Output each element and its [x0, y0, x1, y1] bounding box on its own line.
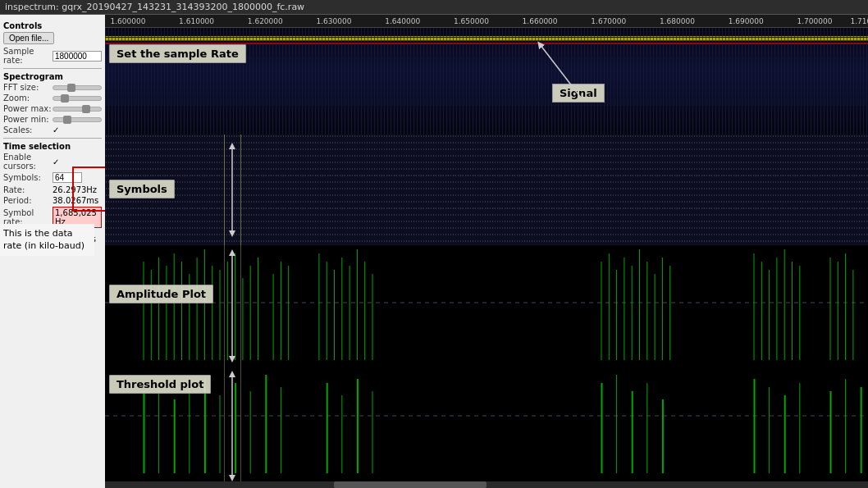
svg-rect-23 [166, 266, 167, 360]
period-value: 38.0267ms [53, 196, 98, 205]
svg-rect-92 [754, 379, 756, 473]
svg-rect-91 [662, 399, 664, 473]
horizontal-scrollbar[interactable] [105, 481, 868, 488]
threshold-plot-text: Threshold plot [116, 378, 203, 390]
svg-rect-47 [601, 262, 602, 360]
threshold-svg [105, 367, 868, 486]
svg-rect-24 [174, 253, 175, 360]
amplitude-svg [105, 245, 868, 367]
threshold-area: Threshold plot [105, 367, 868, 486]
freq-ruler: 1.600000 1.610000 1.620000 1.630000 1.64… [105, 15, 868, 28]
symbols-input[interactable] [53, 172, 82, 183]
scales-label: Scales: [3, 125, 53, 135]
svg-rect-98 [861, 387, 862, 473]
svg-rect-44 [357, 249, 358, 360]
controls-section: Controls [3, 21, 102, 30]
title-bar: inspectrum: gqrx_20190427_143231_3143932… [0, 0, 868, 15]
svg-rect-63 [799, 266, 800, 360]
svg-rect-55 [662, 258, 663, 360]
svg-rect-37 [281, 262, 281, 360]
svg-rect-90 [646, 383, 647, 473]
fft-size-slider[interactable] [53, 85, 102, 90]
svg-rect-88 [616, 375, 617, 473]
freq-label-6: 1.660000 [523, 17, 558, 25]
zoom-slider[interactable] [53, 96, 102, 101]
svg-rect-74 [158, 383, 159, 473]
signal-annotation: Signal [552, 84, 605, 103]
svg-rect-22 [158, 258, 159, 360]
freq-label-4: 1.640000 [385, 17, 420, 25]
svg-rect-89 [632, 391, 633, 473]
svg-rect-67 [852, 270, 853, 360]
svg-rect-42 [341, 258, 342, 360]
open-file-button[interactable]: Open file... [3, 32, 54, 44]
enable-cursors-label: Enable cursors: [3, 153, 53, 171]
svg-rect-21 [151, 270, 152, 360]
sidebar: Controls Open file... Sample rate: Spect… [0, 15, 105, 488]
svg-rect-36 [273, 274, 274, 360]
svg-rect-94 [784, 395, 786, 473]
tooltip: This is the data rate (in kilo-baud) [0, 224, 94, 256]
svg-rect-84 [341, 395, 342, 473]
cursor-right [240, 135, 241, 245]
svg-rect-35 [258, 258, 258, 360]
sample-rate-input[interactable] [53, 51, 102, 62]
power-max-label: Power max: [3, 104, 53, 113]
rate-value: 26.2973Hz [53, 185, 97, 194]
symbol-svg [105, 135, 868, 245]
svg-rect-97 [845, 379, 846, 473]
amp-cursor-left [224, 245, 225, 367]
tooltip-text: This is the data rate (in kilo-baud) [3, 228, 85, 251]
scales-value: ✓ [53, 125, 59, 135]
fft-size-label: FFT size: [3, 83, 53, 92]
spectrogram-section: Spectrogram [3, 72, 102, 81]
svg-rect-64 [830, 258, 831, 360]
freq-label-1: 1.610000 [179, 17, 214, 25]
svg-rect-25 [181, 262, 182, 360]
amplitude-area: Amplitude Plot [105, 245, 868, 367]
svg-rect-96 [830, 391, 832, 473]
svg-rect-33 [242, 278, 243, 360]
svg-rect-45 [364, 262, 365, 360]
period-label: Period: [3, 196, 53, 205]
cursor-left [224, 135, 225, 245]
title-text: inspectrum: gqrx_20190427_143231_3143932… [5, 2, 304, 12]
svg-rect-29 [212, 266, 212, 360]
zoom-label: Zoom: [3, 93, 53, 103]
svg-rect-62 [792, 262, 793, 360]
svg-rect-60 [776, 258, 777, 360]
svg-rect-32 [235, 253, 235, 360]
freq-label-3: 1.630000 [317, 17, 352, 25]
svg-rect-61 [784, 249, 785, 360]
svg-rect-81 [265, 375, 267, 473]
svg-rect-86 [372, 391, 373, 473]
svg-rect-58 [761, 262, 762, 360]
svg-rect-12 [105, 135, 868, 245]
time-selection-section: Time selection [3, 142, 102, 151]
freq-label-11: 1.710000 [851, 17, 868, 25]
freq-label-7: 1.670000 [591, 17, 626, 25]
svg-rect-57 [754, 253, 755, 360]
svg-rect-76 [189, 387, 190, 473]
svg-rect-40 [327, 262, 327, 360]
enable-cursors-value: ✓ [53, 157, 59, 166]
power-min-label: Power min: [3, 115, 53, 124]
svg-rect-75 [174, 399, 176, 473]
set-sample-rate-text: Set the sample Rate [116, 48, 239, 60]
svg-rect-85 [357, 379, 359, 473]
power-max-slider[interactable] [53, 107, 102, 112]
freq-label-2: 1.620000 [248, 17, 283, 25]
svg-rect-53 [646, 262, 647, 360]
svg-rect-38 [288, 266, 289, 360]
power-min-slider[interactable] [53, 117, 102, 122]
svg-rect-83 [327, 383, 328, 473]
svg-rect-79 [235, 383, 236, 473]
amplitude-plot-annotation: Amplitude Plot [109, 285, 213, 303]
svg-rect-49 [616, 270, 617, 360]
rate-label: Rate: [3, 185, 53, 194]
set-sample-rate-annotation: Set the sample Rate [109, 44, 246, 63]
svg-rect-46 [372, 274, 373, 360]
svg-rect-39 [318, 253, 319, 360]
threshold-plot-annotation: Threshold plot [109, 375, 211, 394]
signal-text: Signal [560, 87, 597, 99]
